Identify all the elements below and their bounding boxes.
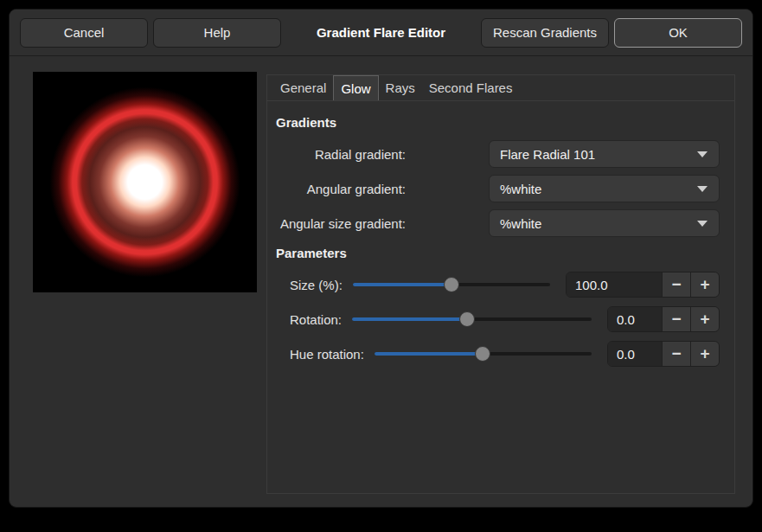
rotation-row: Rotation: 0.0 − + <box>276 302 720 337</box>
angular-gradient-value: %white <box>500 182 541 196</box>
slider-fill <box>375 352 483 356</box>
angular-gradient-dropdown[interactable]: %white <box>489 175 720 202</box>
minus-button[interactable]: − <box>662 342 690 366</box>
tab-general[interactable]: General <box>273 75 333 100</box>
radial-gradient-row: Radial gradient: Flare Radial 101 <box>276 137 720 171</box>
plus-button[interactable]: + <box>690 307 719 331</box>
radial-gradient-value: Flare Radial 101 <box>500 147 595 162</box>
ok-button[interactable]: OK <box>614 18 742 48</box>
parameters-section-title: Parameters <box>276 246 720 260</box>
header-bar: Cancel Help Gradient Flare Editor Rescan… <box>10 10 752 56</box>
flare-preview-image <box>33 72 257 292</box>
plus-button[interactable]: + <box>690 342 719 366</box>
angular-size-gradient-label: Angular size gradient: <box>276 216 406 231</box>
main-content: General Glow Rays Second Flares Gradient… <box>10 56 752 494</box>
angular-gradient-label: Angular gradient: <box>276 182 406 196</box>
slider-fill <box>352 317 467 321</box>
rotation-value-field[interactable]: 0.0 <box>608 307 662 331</box>
glow-tab-content: Gradients Radial gradient: Flare Radial … <box>267 101 734 371</box>
tab-bar: General Glow Rays Second Flares <box>267 75 734 101</box>
angular-gradient-row: Angular gradient: %white <box>276 171 720 206</box>
hue-rotation-slider[interactable] <box>375 346 592 362</box>
tab-second-flares[interactable]: Second Flares <box>422 75 520 100</box>
size-value-field[interactable]: 100.0 <box>567 272 662 297</box>
flare-preview <box>33 72 257 292</box>
rescan-gradients-button[interactable]: Rescan Gradients <box>481 18 609 48</box>
rotation-label: Rotation: <box>290 312 342 327</box>
slider-handle[interactable] <box>475 346 490 362</box>
gradients-section-title: Gradients <box>276 115 720 130</box>
plus-button[interactable]: + <box>690 272 719 297</box>
settings-notebook: General Glow Rays Second Flares Gradient… <box>266 74 735 494</box>
rotation-spinbox: 0.0 − + <box>607 306 720 332</box>
radial-gradient-dropdown[interactable]: Flare Radial 101 <box>489 140 720 168</box>
size-spinbox: 100.0 − + <box>566 272 720 298</box>
hue-rotation-row: Hue rotation: 0.0 − + <box>276 337 720 371</box>
cancel-button[interactable]: Cancel <box>20 18 148 48</box>
dropdown-arrow-icon <box>697 221 708 227</box>
rotation-slider[interactable] <box>352 311 592 327</box>
header-left-buttons: Cancel Help <box>20 18 281 48</box>
size-row: Size (%): 100.0 − + <box>276 267 720 302</box>
slider-handle[interactable] <box>459 311 475 327</box>
header-right-buttons: Rescan Gradients OK <box>481 18 742 48</box>
slider-fill <box>353 283 451 286</box>
minus-button[interactable]: − <box>662 307 690 331</box>
tab-glow[interactable]: Glow <box>333 75 378 100</box>
help-button[interactable]: Help <box>153 18 281 48</box>
hue-rotation-label: Hue rotation: <box>290 347 364 362</box>
hue-rotation-value-field[interactable]: 0.0 <box>608 342 662 366</box>
radial-gradient-label: Radial gradient: <box>276 147 406 162</box>
size-slider[interactable] <box>353 277 550 292</box>
window-title: Gradient Flare Editor <box>317 25 445 40</box>
dropdown-arrow-icon <box>697 186 708 192</box>
tab-rays[interactable]: Rays <box>379 75 422 100</box>
size-label: Size (%): <box>290 278 343 292</box>
hue-rotation-spinbox: 0.0 − + <box>607 341 720 367</box>
angular-size-gradient-value: %white <box>500 216 541 231</box>
slider-handle[interactable] <box>444 277 459 292</box>
minus-button[interactable]: − <box>662 272 690 297</box>
gradient-flare-editor-dialog: Cancel Help Gradient Flare Editor Rescan… <box>9 9 753 508</box>
angular-size-gradient-dropdown[interactable]: %white <box>489 209 720 237</box>
angular-size-gradient-row: Angular size gradient: %white <box>276 206 720 240</box>
dropdown-arrow-icon <box>697 151 708 157</box>
